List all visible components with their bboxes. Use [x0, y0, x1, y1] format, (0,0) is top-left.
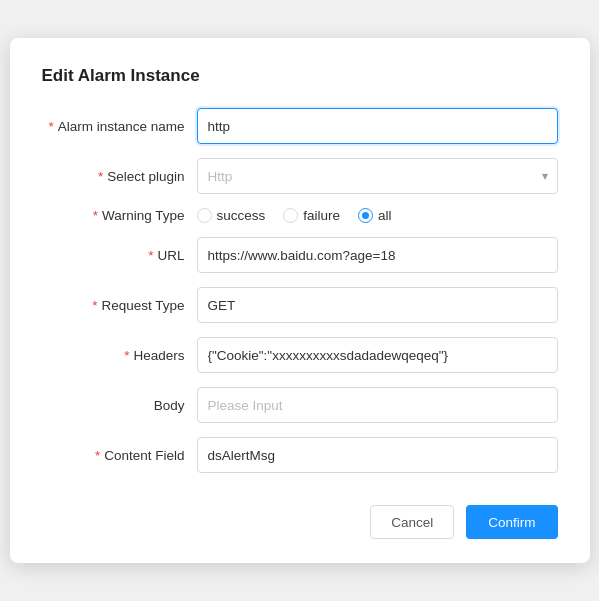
headers-input[interactable] — [197, 337, 558, 373]
radio-label-success: success — [217, 208, 266, 223]
body-input[interactable] — [197, 387, 558, 423]
select-plugin-label: *Select plugin — [42, 169, 197, 184]
request-type-input[interactable] — [197, 287, 558, 323]
request-type-row: *Request Type — [42, 287, 558, 323]
alarm-instance-name-label: *Alarm instance name — [42, 119, 197, 134]
content-field-input[interactable] — [197, 437, 558, 473]
required-star-4: * — [148, 248, 153, 263]
headers-label: *Headers — [42, 348, 197, 363]
url-input[interactable] — [197, 237, 558, 273]
radio-label-all: all — [378, 208, 392, 223]
dialog-footer: Cancel Confirm — [42, 497, 558, 539]
radio-circle-success — [197, 208, 212, 223]
headers-row: *Headers — [42, 337, 558, 373]
dialog-title: Edit Alarm Instance — [42, 66, 558, 86]
select-plugin-dropdown[interactable]: Http — [197, 158, 558, 194]
required-star-7: * — [95, 448, 100, 463]
radio-all[interactable]: all — [358, 208, 392, 223]
radio-label-failure: failure — [303, 208, 340, 223]
warning-type-label: *Warning Type — [42, 208, 197, 223]
warning-type-row: *Warning Type success failure all — [42, 208, 558, 223]
select-plugin-row: *Select plugin Http ▾ — [42, 158, 558, 194]
url-row: *URL — [42, 237, 558, 273]
radio-success[interactable]: success — [197, 208, 266, 223]
radio-dot-all — [362, 212, 369, 219]
content-field-row: *Content Field — [42, 437, 558, 473]
radio-failure[interactable]: failure — [283, 208, 340, 223]
select-plugin-wrapper: Http ▾ — [197, 158, 558, 194]
required-star-2: * — [98, 169, 103, 184]
radio-circle-all — [358, 208, 373, 223]
warning-type-radio-group: success failure all — [197, 208, 558, 223]
alarm-instance-name-row: *Alarm instance name — [42, 108, 558, 144]
cancel-button[interactable]: Cancel — [370, 505, 454, 539]
radio-circle-failure — [283, 208, 298, 223]
required-star-3: * — [93, 208, 98, 223]
body-row: Body — [42, 387, 558, 423]
required-star: * — [48, 119, 53, 134]
url-label: *URL — [42, 248, 197, 263]
required-star-5: * — [92, 298, 97, 313]
body-label: Body — [42, 398, 197, 413]
required-star-6: * — [124, 348, 129, 363]
confirm-button[interactable]: Confirm — [466, 505, 557, 539]
alarm-instance-name-input[interactable] — [197, 108, 558, 144]
edit-alarm-dialog: Edit Alarm Instance *Alarm instance name… — [10, 38, 590, 563]
request-type-label: *Request Type — [42, 298, 197, 313]
content-field-label: *Content Field — [42, 448, 197, 463]
